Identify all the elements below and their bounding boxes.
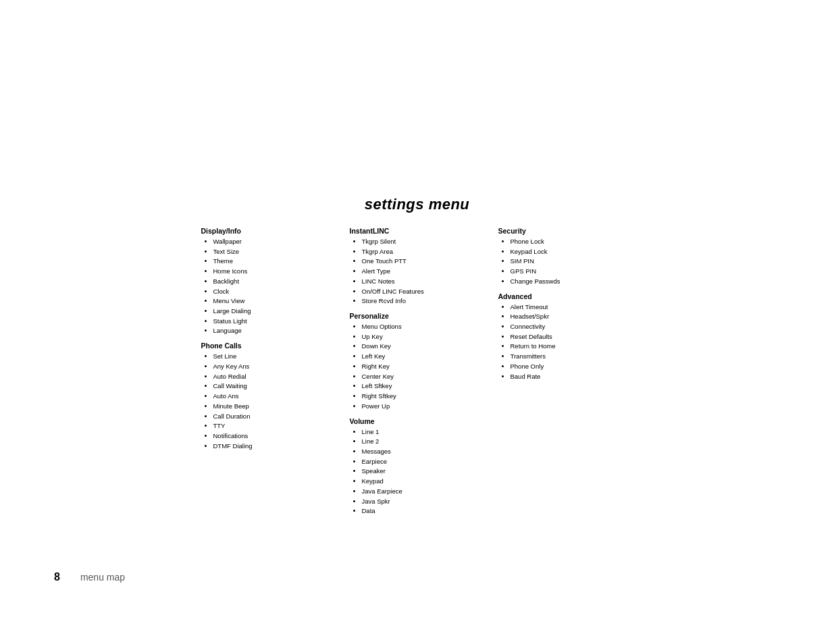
section-title-0-0: Display/Info: [201, 227, 336, 235]
list-item: TTY: [213, 421, 336, 431]
list-item: Call Duration: [213, 412, 336, 422]
list-item: Call Waiting: [213, 381, 336, 392]
list-item: Change Passwds: [511, 277, 633, 287]
list-item: Right Sftkey: [362, 392, 485, 402]
list-item: Tkgrp Silent: [362, 237, 485, 247]
list-item: Center Key: [362, 372, 485, 382]
list-item: Phone Lock: [511, 237, 633, 247]
list-item: Baud Rate: [511, 372, 633, 382]
list-item: Java Earpiece: [362, 487, 485, 497]
list-item: Line 1: [362, 427, 485, 437]
section-title-1-2: Volume: [350, 417, 485, 425]
list-item: Language: [213, 326, 336, 336]
list-item: Earpiece: [362, 457, 485, 467]
section-title-2-0: Security: [498, 227, 633, 235]
list-item: GPS PIN: [511, 267, 633, 277]
list-item: Auto Redial: [213, 372, 336, 382]
list-item: Wallpaper: [213, 237, 336, 247]
list-item: Down Key: [362, 342, 485, 352]
section-list-1-2: Line 1Line 2MessagesEarpieceSpeakerKeypa…: [350, 427, 485, 516]
list-item: Theme: [213, 257, 336, 267]
list-item: DTMF Dialing: [213, 441, 336, 452]
list-item: Tkgrp Area: [362, 247, 485, 257]
section-title-0-1: Phone Calls: [201, 342, 336, 350]
list-item: Speaker: [362, 466, 485, 477]
list-item: Home Icons: [213, 267, 336, 277]
page: settings menu Display/InfoWallpaperText …: [0, 0, 834, 644]
section-list-2-1: Alert TimeoutHeadset/SpkrConnectivityRes…: [498, 302, 633, 382]
menu-column-1: InstantLINCTkgrp SilentTkgrp AreaOne Tou…: [343, 227, 492, 519]
section-list-0-1: Set LineAny Key AnsAuto RedialCall Waiti…: [201, 352, 336, 451]
list-item: Java Spkr: [362, 497, 485, 507]
list-item: Transmitters: [511, 352, 633, 362]
footer-label: menu map: [80, 572, 125, 583]
list-item: Alert Type: [362, 267, 485, 277]
list-item: Set Line: [213, 352, 336, 362]
list-item: Connectivity: [511, 322, 633, 332]
list-item: Reset Defaults: [511, 332, 633, 342]
list-item: Any Key Ans: [213, 362, 336, 372]
section-list-1-0: Tkgrp SilentTkgrp AreaOne Touch PTTAlert…: [350, 237, 485, 306]
list-item: Auto Ans: [213, 392, 336, 402]
list-item: Store Rcvd Info: [362, 296, 485, 306]
list-item: Data: [362, 506, 485, 516]
list-item: Left Sftkey: [362, 381, 485, 392]
list-item: SIM PIN: [511, 257, 633, 267]
list-item: Backlight: [213, 277, 336, 287]
list-item: On/Off LINC Features: [362, 287, 485, 297]
list-item: Right Key: [362, 362, 485, 372]
list-item: Line 2: [362, 437, 485, 447]
list-item: Keypad: [362, 477, 485, 487]
menu-column-0: Display/InfoWallpaperText SizeThemeHome …: [194, 227, 343, 519]
list-item: Up Key: [362, 332, 485, 342]
list-item: Messages: [362, 447, 485, 457]
list-item: Power Up: [362, 402, 485, 412]
list-item: Text Size: [213, 247, 336, 257]
list-item: Alert Timeout: [511, 302, 633, 313]
list-item: Return to Home: [511, 342, 633, 352]
section-title-1-1: Personalize: [350, 312, 485, 320]
list-item: Left Key: [362, 352, 485, 362]
section-list-1-1: Menu OptionsUp KeyDown KeyLeft KeyRight …: [350, 322, 485, 411]
menu-column-2: SecurityPhone LockKeypad LockSIM PINGPS …: [492, 227, 640, 519]
list-item: Phone Only: [511, 362, 633, 372]
list-item: LINC Notes: [362, 277, 485, 287]
list-item: One Touch PTT: [362, 257, 485, 267]
list-item: Keypad Lock: [511, 247, 633, 257]
list-item: Large Dialing: [213, 306, 336, 317]
list-item: Menu View: [213, 296, 336, 306]
section-list-0-0: WallpaperText SizeThemeHome IconsBacklig…: [201, 237, 336, 336]
list-item: Headset/Spkr: [511, 312, 633, 322]
page-title: settings menu: [14, 196, 820, 213]
list-item: Minute Beep: [213, 402, 336, 412]
section-title-2-1: Advanced: [498, 292, 633, 300]
list-item: Notifications: [213, 431, 336, 441]
list-item: Status Light: [213, 317, 336, 327]
list-item: Menu Options: [362, 322, 485, 332]
page-footer: 8 menu map: [0, 571, 834, 583]
footer-page-number: 8: [54, 571, 60, 583]
menu-container: Display/InfoWallpaperText SizeThemeHome …: [14, 227, 820, 519]
section-title-1-0: InstantLINC: [350, 227, 485, 235]
list-item: Clock: [213, 287, 336, 297]
section-list-2-0: Phone LockKeypad LockSIM PINGPS PINChang…: [498, 237, 633, 287]
